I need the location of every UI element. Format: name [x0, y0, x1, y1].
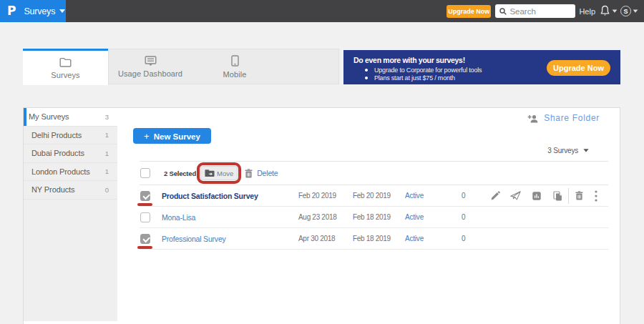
paper-plane-icon — [510, 191, 521, 200]
distribute-button[interactable] — [506, 187, 525, 205]
banner-upgrade-button[interactable]: Upgrade Now — [547, 60, 610, 76]
main-card: My Surveys 3 Delhi Products 1 Dubai Prod… — [23, 107, 620, 324]
selected-count-label: 2 Selected — [164, 170, 196, 177]
edit-button[interactable] — [485, 187, 506, 205]
row-checkbox[interactable] — [140, 212, 150, 222]
sidebar-item-london-products[interactable]: London Products 1 — [24, 163, 117, 182]
promo-banner: Do even more with your surveys! Upgrade … — [343, 50, 620, 84]
sidebar-item-label: London Products — [31, 167, 90, 176]
chevron-down-icon — [613, 9, 618, 12]
row-checkbox[interactable] — [140, 234, 150, 244]
delete-button[interactable]: Delete — [245, 169, 278, 178]
table-row: Professional Survey Apr 30 2018 Feb 18 2… — [140, 228, 608, 250]
tab-surveys[interactable]: Surveys — [23, 49, 108, 85]
brand-menu[interactable]: P Surveys — [0, 0, 66, 22]
survey-count-dropdown[interactable]: 3 Surveys — [547, 147, 589, 154]
folder-sidebar: My Surveys 3 Delhi Products 1 Dubai Prod… — [24, 108, 117, 321]
delete-row-button[interactable] — [570, 187, 588, 205]
sidebar-item-count: 1 — [105, 131, 109, 139]
sidebar-item-delhi-products[interactable]: Delhi Products 1 — [24, 127, 117, 145]
copy-button[interactable] — [547, 187, 568, 205]
responses-count: 0 — [462, 235, 485, 242]
survey-title-link[interactable]: Professional Survey — [162, 235, 298, 243]
sidebar-item-count: 3 — [105, 113, 109, 121]
new-survey-label: New Survey — [154, 132, 200, 141]
modified-date: Feb 18 2019 — [353, 213, 405, 221]
bar-chart-icon — [532, 192, 541, 200]
topbar: P Surveys Upgrade Now Help S — [0, 0, 644, 22]
tab-mobile[interactable]: Mobile — [192, 49, 277, 84]
more-options-button[interactable] — [588, 187, 603, 205]
move-button[interactable]: Move — [200, 166, 238, 180]
sidebar-item-count: 1 — [105, 149, 109, 157]
sidebar-item-label: My Surveys — [29, 112, 69, 121]
survey-panel: Share Folder +New Survey 3 Surveys 2 Sel… — [117, 108, 620, 324]
sidebar-item-my-surveys[interactable]: My Surveys 3 — [24, 108, 117, 127]
tab-label: Surveys — [51, 71, 79, 79]
share-folder-icon — [527, 114, 539, 123]
survey-count-label: 3 Surveys — [547, 147, 578, 154]
survey-title-link[interactable]: Product Satisfaction Survey — [162, 192, 298, 200]
trash-icon — [245, 169, 253, 178]
search-icon — [499, 8, 507, 15]
search-box[interactable] — [495, 4, 575, 18]
account-menu[interactable]: S — [620, 6, 638, 16]
created-date: Feb 20 2019 — [298, 192, 353, 200]
topbar-right: Upgrade Now Help S — [447, 0, 644, 22]
bell-icon — [600, 5, 610, 17]
share-folder-button[interactable]: Share Folder — [527, 113, 600, 123]
table-row: Mona-Lisa Aug 23 2018 Feb 18 2019 Active… — [140, 207, 608, 228]
delete-label: Delete — [257, 169, 278, 177]
divider — [568, 188, 569, 204]
kebab-menu-icon — [595, 190, 597, 202]
help-link[interactable]: Help — [579, 7, 595, 16]
search-input[interactable] — [509, 7, 567, 16]
sidebar-item-label: Dubai Products — [31, 149, 84, 157]
tab-strip: Surveys Usage Dashboard Mobile — [23, 49, 339, 84]
sidebar-item-dubai-products[interactable]: Dubai Products 1 — [24, 144, 117, 163]
row-checkbox[interactable] — [140, 191, 150, 201]
avatar: S — [620, 6, 631, 16]
sidebar-item-label: NY Products — [31, 185, 74, 194]
tab-label: Usage Dashboard — [118, 69, 182, 78]
new-survey-button[interactable]: +New Survey — [133, 128, 211, 144]
brand-label: Surveys — [24, 6, 55, 16]
status-label: Active — [405, 213, 462, 221]
trash-icon — [575, 191, 583, 200]
created-date: Apr 30 2018 — [298, 235, 353, 242]
upgrade-now-button[interactable]: Upgrade Now — [447, 5, 491, 18]
table-row: Product Satisfaction Survey Feb 20 2019 … — [140, 185, 608, 207]
sidebar-item-count: 0 — [105, 186, 109, 194]
sidebar-item-ny-products[interactable]: NY Products 0 — [24, 181, 117, 200]
status-label: Active — [405, 235, 462, 242]
modified-date: Feb 20 2019 — [353, 192, 405, 200]
status-label: Active — [405, 192, 462, 200]
created-date: Aug 23 2018 — [298, 213, 353, 221]
modified-date: Feb 18 2019 — [353, 235, 405, 242]
pencil-icon — [491, 191, 500, 200]
select-all-checkbox[interactable] — [140, 168, 150, 178]
folder-icon — [59, 57, 72, 67]
responses-count: 0 — [462, 192, 485, 200]
notifications-menu[interactable] — [600, 5, 618, 17]
row-actions — [485, 187, 603, 205]
app-logo: P — [7, 0, 16, 22]
table-toolbar: 2 Selected Move — [140, 161, 608, 185]
plus-icon: + — [144, 131, 150, 142]
tab-usage-dashboard[interactable]: Usage Dashboard — [108, 49, 192, 84]
report-button[interactable] — [525, 187, 547, 205]
mobile-icon — [231, 55, 239, 67]
move-label: Move — [217, 170, 233, 177]
survey-table: 2 Selected Move — [140, 161, 608, 250]
responses-count: 0 — [462, 213, 485, 221]
chevron-down-icon — [633, 9, 638, 12]
chevron-down-icon — [59, 9, 65, 13]
sidebar-item-label: Delhi Products — [31, 131, 82, 139]
survey-title-link[interactable]: Mona-Lisa — [162, 213, 298, 222]
copy-icon — [553, 191, 562, 201]
red-underline-annotation — [137, 203, 152, 207]
tab-label: Mobile — [223, 70, 246, 79]
sidebar-item-count: 1 — [105, 167, 109, 175]
dashboard-icon — [145, 56, 157, 66]
chevron-down-icon — [583, 149, 588, 152]
